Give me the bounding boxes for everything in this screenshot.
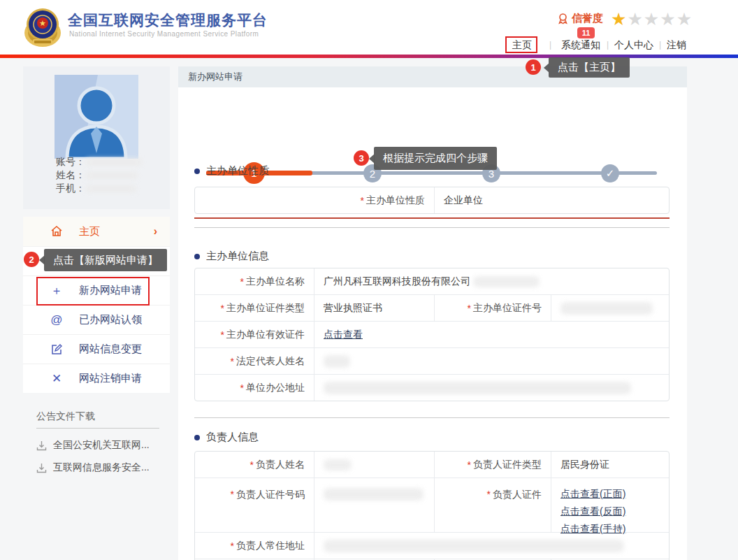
field-value-person-id-type: 居民身份证 [551, 452, 670, 478]
main-panel: 新办网站申请 1 2 3 ✓ 网站开办主体 网站基本信息 网站负责人 提示说明 … [178, 66, 687, 560]
annotation-tooltip-2: 点击【新版网站申请】 [44, 249, 167, 271]
svg-text:★: ★ [39, 19, 46, 27]
field-value-org-cert-file: 点击查看 [314, 322, 669, 347]
field-value-office-addr [314, 375, 669, 401]
star-icon: ★ [660, 9, 676, 29]
chevron-right-icon: › [154, 225, 157, 238]
account-name-label: 姓名： [56, 169, 85, 182]
download-item[interactable]: 互联网信息服务安全... [36, 461, 150, 474]
annotation-highlight-box-menu [36, 277, 150, 306]
field-value-legal-rep [314, 348, 669, 374]
star-icon: ★ [611, 9, 627, 29]
nav-system-notice[interactable]: 系统通知 [561, 39, 600, 52]
sidebar-item-website-info-change[interactable]: 网站信息变更 [23, 334, 170, 364]
account-panel: 账号： 姓名： 手机： [23, 66, 170, 209]
field-label: *单位办公地址 [195, 375, 314, 401]
notification-badge: 11 [577, 27, 595, 38]
section-title-org-nature: 主办单位性质 [194, 164, 269, 178]
redacted-value [85, 171, 138, 180]
view-id-front-link[interactable]: 点击查看(正面) [560, 485, 625, 503]
at-icon: @ [50, 313, 64, 327]
annotation-tooltip-1: 点击【主页】 [549, 57, 630, 78]
org-info-table: *主办单位名称 广州凡科互联网科技股份有限公司 *主办单位证件类型 营业执照证书… [194, 268, 670, 401]
field-label: *负责人证件类型 [434, 452, 551, 478]
field-value-person-id-files: 点击查看(正面) 点击查看(反面) 点击查看(手持) [551, 478, 670, 532]
annotation-step-number-2: 2 [24, 252, 39, 267]
nav-separator: | [659, 40, 661, 50]
section-title-org-info: 主办单位信息 [194, 250, 269, 263]
field-value-org-cert-type: 营业执照证书 [314, 295, 434, 321]
redacted-value [324, 540, 624, 552]
field-label: *主办单位有效证件 [195, 322, 314, 347]
redacted-value [324, 382, 631, 394]
star-icon: ★ [676, 9, 693, 29]
sidebar-item-claim-website[interactable]: @ 已办网站认领 [23, 305, 170, 334]
header: ★ 全国互联网安全管理服务平台 National Internet Securi… [0, 0, 738, 55]
section-title-person-info: 负责人信息 [194, 431, 259, 444]
sidebar-item-home[interactable]: 主页 › [23, 217, 170, 246]
redacted-value [85, 185, 137, 193]
field-label: *法定代表人姓名 [195, 348, 314, 374]
download-item[interactable]: 全国公安机关互联网... [36, 439, 150, 452]
annotation-step-number-1: 1 [526, 59, 541, 75]
downloads-section-title: 公告文件下载 [36, 410, 95, 423]
sidebar-item-label: 已办网站认领 [79, 313, 142, 326]
nav-logout[interactable]: 注销 [667, 39, 686, 52]
field-value-org-nature: 企业单位 [434, 187, 669, 213]
field-value-person-name [314, 452, 434, 478]
annotation-tooltip-3: 根据提示完成四个步骤 [374, 147, 497, 170]
annotation-highlight-box-home [505, 36, 537, 53]
account-phone-label: 手机： [56, 182, 85, 195]
download-item-label: 全国公安机关互联网... [53, 439, 150, 452]
medal-icon [557, 13, 569, 24]
annotation-step-number-3: 3 [354, 150, 369, 166]
page: ★ 全国互联网安全管理服务平台 National Internet Securi… [0, 0, 738, 560]
view-id-back-link[interactable]: 点击查看(反面) [560, 503, 625, 520]
divider [36, 428, 159, 429]
field-label: *负责人证件 [434, 478, 551, 532]
step-circle-check-icon: ✓ [601, 164, 619, 182]
sidebar-item-label: 主页 [79, 225, 100, 238]
field-value-person-addr [314, 533, 669, 559]
divider [194, 217, 670, 219]
field-label: *负责人证件号码 [195, 478, 314, 532]
reputation: 信誉度 [557, 12, 603, 25]
account-number-label: 账号： [56, 156, 85, 168]
redacted-value [85, 158, 143, 166]
redacted-value [473, 276, 540, 287]
account-name-row: 姓名： [56, 169, 138, 182]
platform-subtitle: National Internet Security Management Se… [69, 30, 259, 38]
nav-personal-center[interactable]: 个人中心 [614, 39, 653, 52]
redacted-value [324, 459, 352, 471]
field-label: *主办单位证件类型 [195, 295, 314, 321]
close-icon: ✕ [50, 371, 64, 386]
star-rating: ★★★★★ [611, 9, 693, 29]
platform-title: 全国互联网安全管理服务平台 [68, 10, 268, 30]
person-info-table: *负责人姓名 *负责人证件类型 居民身份证 *负责人证件号码 *负责人证 [194, 451, 670, 560]
field-label: * 主办单位性质 [195, 187, 434, 213]
redacted-value [560, 302, 653, 315]
org-nature-table: * 主办单位性质 企业单位 [194, 187, 670, 214]
redacted-value [324, 355, 350, 368]
download-icon [36, 440, 47, 451]
sidebar-item-label: 网站注销申请 [79, 372, 142, 385]
avatar [55, 75, 138, 159]
field-value-org-cert-no [551, 295, 670, 321]
divider [194, 227, 670, 228]
download-item-label: 互联网信息服务安全... [53, 461, 150, 474]
nav-separator: | [607, 40, 609, 50]
view-cert-link[interactable]: 点击查看 [324, 329, 363, 341]
sidebar-item-label: 网站信息变更 [79, 343, 142, 356]
divider [194, 417, 670, 418]
home-icon [50, 225, 64, 238]
account-number-row: 账号： [56, 156, 143, 168]
edit-icon [50, 343, 64, 355]
field-value-person-id-no [314, 478, 434, 532]
download-icon [36, 463, 47, 473]
police-badge-icon: ★ [23, 6, 62, 48]
reputation-label: 信誉度 [572, 12, 603, 25]
field-label: *负责人姓名 [195, 452, 314, 478]
sidebar-item-website-cancel[interactable]: ✕ 网站注销申请 [23, 364, 170, 393]
field-label: *主办单位证件号 [434, 295, 551, 321]
field-label: *主办单位名称 [195, 268, 314, 294]
